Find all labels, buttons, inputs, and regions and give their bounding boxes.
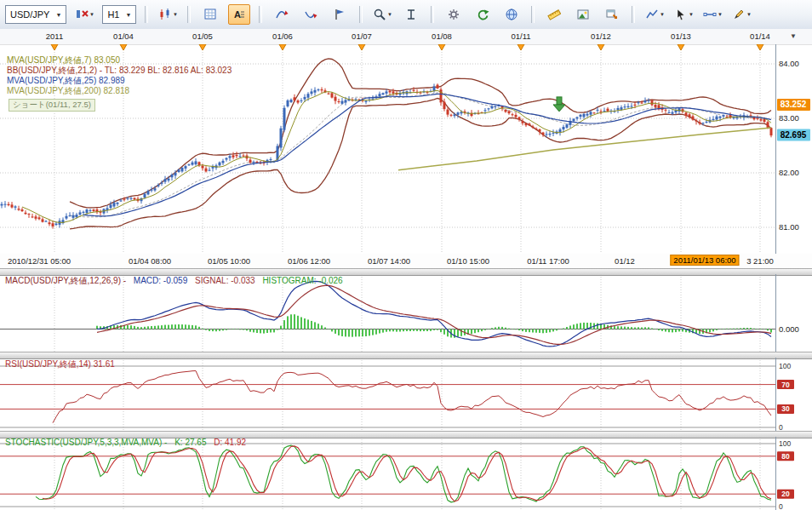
- price-badge-upper: 83.252: [777, 99, 810, 111]
- signal-value: SIGNAL: -0.033: [195, 276, 255, 285]
- new-window-button[interactable]: [601, 4, 623, 25]
- date-axis[interactable]: ▼ 201101/0401/0501/0601/0701/0801/1101/1…: [0, 29, 812, 45]
- chevron-down-icon: ▼: [387, 12, 392, 17]
- new-window-icon: [605, 8, 619, 21]
- chevron-down-icon: ▼: [125, 12, 131, 18]
- stoch-k-value: K: 27.65: [174, 438, 206, 447]
- macd-legend-title: MACD(USD/JPY,終値,12,26,9) -: [5, 276, 126, 285]
- rsi-legend: RSI(USD/JPY,終値,14) 31.61: [5, 358, 115, 370]
- mva-200-line: [398, 128, 771, 170]
- rsi-panel: 10007030 RSI(USD/JPY,終値,14) 31.61: [0, 358, 812, 431]
- date-label: 01/14: [750, 32, 770, 41]
- flag-button[interactable]: [329, 4, 351, 25]
- column-tool-button[interactable]: [400, 4, 422, 25]
- price-badge-last: 82.695: [777, 129, 810, 141]
- trendline-tools-button[interactable]: ▼: [643, 4, 666, 25]
- time-label: 01/04 08:00: [129, 256, 171, 266]
- date-label: 2011: [46, 32, 63, 41]
- indicator-curve2-button[interactable]: [300, 4, 322, 25]
- date-label: 01/08: [432, 32, 452, 41]
- date-label: 01/13: [671, 32, 691, 41]
- indicator-curve-button[interactable]: [271, 4, 293, 25]
- price-tick-label: 81.00: [779, 222, 799, 232]
- stoch-d-line: [43, 446, 771, 501]
- toolbar-separator: [259, 6, 262, 23]
- chevron-down-icon: ▼: [173, 12, 178, 17]
- legend-mva200: MVA(USD/JPY,終値,200) 82.818: [7, 85, 129, 97]
- svg-text:83.252: 83.252: [781, 100, 807, 109]
- toolbar-separator: [145, 6, 148, 23]
- rsi-bottom-label: 0: [779, 423, 783, 431]
- time-label: 3 21:00: [746, 256, 774, 266]
- snapshot-icon: [576, 8, 590, 21]
- price-tick-label: 83.00: [779, 113, 799, 123]
- draw-tools-button[interactable]: ▼: [730, 4, 752, 25]
- svg-text:82.695: 82.695: [781, 130, 807, 140]
- stochastic-canvas[interactable]: 10008020: [0, 437, 812, 510]
- chart-type-button[interactable]: ▼: [157, 4, 179, 25]
- main-chart-panel: 84.0083.0082.0081.0083.25282.695 MVA(USD…: [0, 44, 812, 254]
- stoch-legend-title: STOCHASTIC(USD/JPY,5,3,3,MVA,MVA) -: [5, 438, 167, 447]
- signal-line: [97, 285, 771, 344]
- trendline-icon: [645, 8, 659, 21]
- hline-tools-button[interactable]: ▼: [701, 4, 723, 25]
- chevron-down-icon: ▼: [689, 12, 694, 17]
- pencil-icon: [732, 8, 746, 21]
- chevron-down-icon: ▼: [660, 12, 665, 17]
- time-axis[interactable]: 2010/12/31 05:0001/04 08:0001/05 10:0001…: [0, 254, 812, 268]
- stoch-d-value: D: 41.92: [214, 438, 246, 447]
- chevron-down-icon[interactable]: ▼: [790, 32, 797, 40]
- svg-text:20: 20: [781, 490, 790, 498]
- stoch-bottom-label: 0: [779, 502, 783, 510]
- date-label: 01/12: [591, 32, 611, 41]
- trading-app-window: USD/JPY ▼ ▼ H1 ▼ ▼: [0, 0, 812, 510]
- symbol-label: USD/JPY: [10, 9, 49, 20]
- date-label: 01/05: [192, 32, 213, 41]
- toolbar-separator: [632, 6, 635, 23]
- indicator-curve-icon: [275, 8, 289, 21]
- time-label: 01/07 14:00: [368, 256, 410, 266]
- column-tool-icon: [404, 8, 418, 21]
- text-tool-button[interactable]: A: [228, 4, 250, 25]
- day-open-markers: [51, 44, 763, 50]
- compare-charts-icon: [203, 8, 217, 21]
- toolbar: USD/JPY ▼ ▼ H1 ▼ ▼: [0, 0, 812, 30]
- chevron-down-icon: ▼: [89, 12, 94, 17]
- price-tick-label: 84.00: [779, 59, 799, 68]
- svg-text:70: 70: [781, 381, 790, 389]
- timeframe-label: H1: [107, 9, 119, 20]
- stoch-guide-badge: 20: [777, 490, 794, 499]
- toolbar-separator: [531, 6, 535, 23]
- hline-icon: [703, 8, 717, 21]
- cursor-tools-button[interactable]: ▼: [672, 4, 695, 25]
- date-label: 01/06: [272, 32, 293, 41]
- compare-charts-button[interactable]: [199, 4, 221, 25]
- time-label: 01/05 10:00: [208, 256, 250, 266]
- rsi-canvas[interactable]: 10007030: [0, 358, 812, 431]
- date-label: 01/04: [113, 32, 134, 41]
- zoom-icon: [373, 8, 386, 21]
- refresh-button[interactable]: [472, 4, 494, 25]
- web-button[interactable]: [500, 4, 523, 25]
- snapshot-button[interactable]: [572, 4, 594, 25]
- time-label: 01/06 12:00: [288, 256, 330, 266]
- gear-icon: [447, 8, 460, 21]
- measure-button[interactable]: [543, 4, 565, 25]
- timeframe-dropdown[interactable]: H1 ▼: [102, 5, 136, 24]
- macd-zero-label: 0.000: [779, 324, 799, 334]
- stochastic-panel: 10008020 STOCHASTIC(USD/JPY,5,3,3,MVA,MV…: [0, 437, 812, 510]
- symbol-dropdown[interactable]: USD/JPY ▼: [5, 5, 66, 24]
- toolbar-separator: [431, 6, 434, 23]
- stoch-top-label: 100: [779, 439, 791, 448]
- macd-value: MACD: -0.059: [134, 276, 187, 285]
- cursor-icon: [674, 8, 688, 21]
- rsi-top-label: 100: [779, 362, 791, 370]
- chevron-down-icon: ▼: [718, 12, 723, 17]
- candle-chart-icon: [158, 8, 172, 21]
- settings-button[interactable]: [443, 4, 465, 25]
- symbol-edit-button[interactable]: ▼: [73, 4, 95, 25]
- zoom-button[interactable]: ▼: [371, 4, 393, 25]
- histogram-value: HISTOGRAM: -0.026: [262, 276, 342, 285]
- chevron-down-icon: ▼: [55, 12, 61, 18]
- ruler-icon: [547, 8, 561, 21]
